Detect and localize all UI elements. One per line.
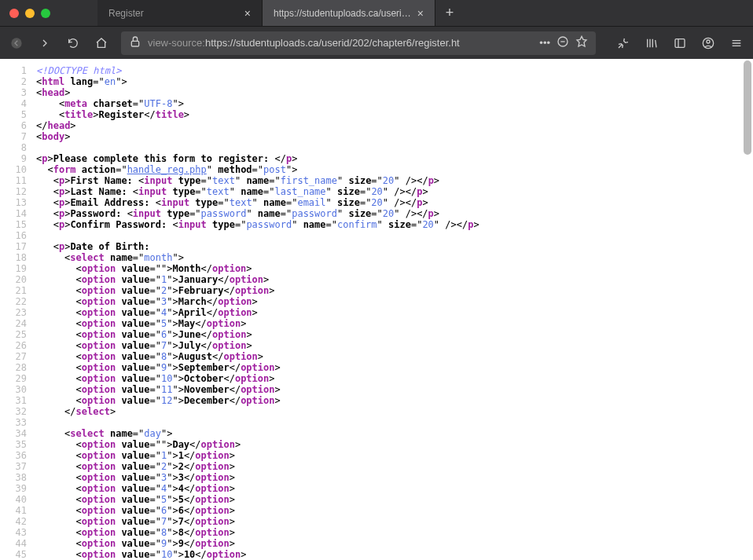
line-number: 5 [0, 109, 27, 120]
reader-icon[interactable] [556, 35, 569, 50]
reload-button[interactable] [64, 35, 82, 52]
source-line[interactable]: <p>Password: <input type="password" name… [36, 208, 753, 219]
source-line[interactable]: <!DOCTYPE html> [36, 65, 753, 76]
source-line[interactable]: </select> [36, 406, 753, 417]
devtools-icon[interactable] [615, 35, 632, 52]
source-line[interactable]: <option value="8">8</option> [36, 527, 753, 538]
close-icon[interactable]: × [417, 8, 424, 19]
line-number: 45 [0, 549, 27, 560]
close-window-icon[interactable] [9, 9, 19, 18]
line-number: 33 [0, 417, 27, 428]
source-code[interactable]: <!DOCTYPE html><html lang="en"><head> <m… [31, 59, 753, 560]
line-number: 35 [0, 439, 27, 450]
source-line[interactable]: <option value="10">October</option> [36, 373, 753, 384]
minimize-window-icon[interactable] [25, 9, 35, 18]
close-icon[interactable]: × [244, 8, 251, 19]
line-number: 37 [0, 461, 27, 472]
line-number: 25 [0, 329, 27, 340]
bookmark-icon[interactable] [575, 35, 588, 50]
line-number: 26 [0, 340, 27, 351]
line-number: 8 [0, 142, 27, 153]
source-line[interactable] [36, 417, 753, 428]
line-number: 16 [0, 230, 27, 241]
new-tab-button[interactable]: + [435, 0, 464, 26]
scrollbar-thumb[interactable] [744, 60, 751, 155]
tab-label: https://studentuploads.ca/userid/20 [274, 8, 411, 19]
line-number: 3 [0, 87, 27, 98]
source-line[interactable]: <option value="10">10</option> [36, 549, 753, 560]
lock-icon [129, 35, 141, 50]
source-line[interactable]: <form action="handle_reg.php" method="po… [36, 164, 753, 175]
source-line[interactable]: <option value="">Day</option> [36, 439, 753, 450]
source-line[interactable]: <option value="3">March</option> [36, 296, 753, 307]
source-line[interactable]: <option value="4">April</option> [36, 307, 753, 318]
tab-strip: Register × https://studentuploads.ca/use… [97, 0, 464, 26]
source-line[interactable]: <option value="5">May</option> [36, 318, 753, 329]
source-line[interactable]: <option value="7">July</option> [36, 340, 753, 351]
line-number: 34 [0, 428, 27, 439]
source-line[interactable]: <title>Register</title> [36, 109, 753, 120]
source-line[interactable]: <select name="day"> [36, 428, 753, 439]
titlebar: Register × https://studentuploads.ca/use… [0, 0, 753, 26]
source-line[interactable]: <option value="7">7</option> [36, 516, 753, 527]
source-line[interactable]: <p>First Name: <input type="text" name="… [36, 175, 753, 186]
source-line[interactable]: <p>Please complete this form to register… [36, 153, 753, 164]
line-number: 32 [0, 406, 27, 417]
source-line[interactable]: <option value="1">1</option> [36, 450, 753, 461]
line-number: 24 [0, 318, 27, 329]
source-line[interactable]: <option value="9">9</option> [36, 538, 753, 549]
maximize-window-icon[interactable] [41, 9, 50, 18]
line-number: 40 [0, 494, 27, 505]
source-line[interactable]: <option value="3">3</option> [36, 472, 753, 483]
source-line[interactable] [36, 142, 753, 153]
source-line[interactable]: <option value="12">December</option> [36, 395, 753, 406]
source-line[interactable]: <head> [36, 87, 753, 98]
source-line[interactable]: <body> [36, 131, 753, 142]
menu-icon[interactable] [728, 35, 745, 52]
tab-register[interactable]: Register × [97, 0, 263, 26]
line-number: 39 [0, 483, 27, 494]
home-button[interactable] [93, 35, 110, 52]
source-line[interactable]: <p>Date of Birth: [36, 241, 753, 252]
sidebar-icon[interactable] [671, 35, 689, 52]
line-number: 7 [0, 131, 27, 142]
line-number: 23 [0, 307, 27, 318]
source-line[interactable]: <select name="month"> [36, 252, 753, 263]
account-icon[interactable] [700, 35, 717, 52]
address-bar[interactable]: view-source:https://studentuploads.ca/us… [121, 31, 596, 55]
source-line[interactable]: <option value="5">5</option> [36, 494, 753, 505]
line-number: 28 [0, 362, 27, 373]
source-line[interactable]: <option value="1">January</option> [36, 274, 753, 285]
tab-view-source[interactable]: https://studentuploads.ca/userid/20 × [263, 0, 435, 26]
library-icon[interactable] [643, 35, 660, 52]
source-line[interactable]: <option value="2">2</option> [36, 461, 753, 472]
back-button[interactable] [8, 35, 25, 52]
source-line[interactable]: <option value="6">6</option> [36, 505, 753, 516]
source-line[interactable]: <option value="">Month</option> [36, 263, 753, 274]
source-line[interactable]: <option value="2">February</option> [36, 285, 753, 296]
toolbar: view-source:https://studentuploads.ca/us… [0, 26, 753, 59]
source-line[interactable]: <option value="8">August</option> [36, 351, 753, 362]
source-line[interactable]: </head> [36, 120, 753, 131]
source-line[interactable]: <p>Confirm Password: <input type="passwo… [36, 219, 753, 230]
svg-point-0 [11, 38, 21, 48]
forward-button[interactable] [36, 35, 53, 52]
source-line[interactable]: <option value="11">November</option> [36, 384, 753, 395]
toolbar-right [615, 35, 745, 52]
url-text: view-source:https://studentuploads.ca/us… [148, 37, 533, 49]
source-line[interactable]: <option value="4">4</option> [36, 483, 753, 494]
source-line[interactable]: <p>Last Name: <input type="text" name="l… [36, 186, 753, 197]
ellipsis-icon[interactable]: ••• [539, 37, 550, 49]
source-line[interactable]: <p>Email Address: <input type="text" nam… [36, 197, 753, 208]
line-number: 12 [0, 186, 27, 197]
source-line[interactable]: <option value="6">June</option> [36, 329, 753, 340]
source-line[interactable]: <meta charset="UTF-8"> [36, 98, 753, 109]
line-number: 15 [0, 219, 27, 230]
line-number: 2 [0, 76, 27, 87]
line-number: 43 [0, 527, 27, 538]
source-line[interactable]: <html lang="en"> [36, 76, 753, 87]
line-number: 18 [0, 252, 27, 263]
svg-point-5 [707, 40, 710, 43]
source-line[interactable] [36, 230, 753, 241]
source-line[interactable]: <option value="9">September</option> [36, 362, 753, 373]
